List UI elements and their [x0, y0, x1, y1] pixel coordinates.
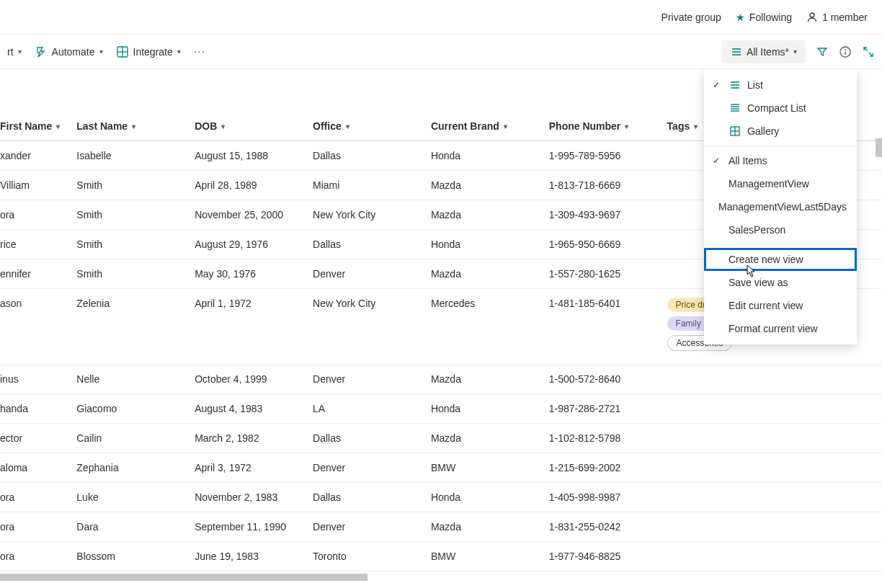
cell: April 1, 1972 [189, 289, 307, 365]
format-current-view[interactable]: Format current view [704, 317, 857, 340]
command-bar: rt ▾ Automate ▾ Integrate ▾ ··· All Item… [0, 35, 882, 69]
cell: Smith [71, 200, 189, 230]
members-button[interactable]: 1 member [806, 12, 868, 23]
cell: November 25, 2000 [189, 200, 307, 230]
view-option-compact[interactable]: Compact List [704, 97, 857, 120]
rt-btn[interactable]: rt ▾ [7, 46, 22, 58]
table-row[interactable]: oraLukeNovember 2, 1983DallasHonda1-405-… [0, 483, 882, 512]
list-icon [729, 79, 741, 91]
expand-icon[interactable] [862, 45, 875, 58]
cell: Mazda [425, 365, 543, 394]
edit-current-view[interactable]: Edit current view [704, 294, 857, 317]
dropdown-label: Edit current view [729, 300, 803, 311]
dropdown-label: ManagementViewLast5Days [718, 201, 847, 213]
cell: 1-965-950-6669 [543, 230, 662, 259]
scrollbar-vertical[interactable] [876, 138, 882, 157]
integrate-button[interactable]: Integrate ▾ [116, 45, 181, 58]
divider [704, 244, 857, 245]
cell: ora [0, 512, 71, 542]
dropdown-label: Compact List [747, 102, 806, 114]
saved-view-management-last5[interactable]: ManagementViewLast5Days [704, 195, 857, 218]
rt-label: rt [7, 46, 14, 58]
saved-view-all-items[interactable]: ✓ All Items [704, 149, 857, 172]
chevron-down-icon: ▾ [793, 48, 797, 55]
table-row[interactable]: oraBlossomJune 19, 1983TorontoBMW1-977-9… [0, 542, 882, 571]
cell: 1-977-946-8825 [543, 542, 662, 571]
cell: June 19, 1983 [189, 542, 307, 571]
col-header-dob[interactable]: DOB▾ [189, 69, 307, 141]
cell: March 2, 1982 [189, 424, 307, 453]
cell: Smith [71, 259, 189, 289]
svg-point-0 [810, 13, 814, 17]
dropdown-label: List [747, 79, 763, 91]
cell: 1-215-699-2002 [543, 453, 662, 483]
view-option-list[interactable]: ✓ List [704, 74, 857, 97]
cell-tags [662, 512, 882, 542]
header-bar: Private group ★ Following 1 member [0, 0, 882, 35]
table-row[interactable]: inusNelleOctober 4, 1999DenverMazda1-500… [0, 365, 882, 394]
save-view-as[interactable]: Save view as [704, 271, 857, 294]
cell: 1-831-255-0242 [543, 512, 662, 542]
saved-view-salesperson[interactable]: SalesPerson [704, 218, 857, 241]
table-row[interactable]: oraDaraSeptember 11, 1990DenverMazda1-83… [0, 512, 882, 542]
cell: 1-500-572-8640 [543, 365, 662, 394]
divider [704, 146, 857, 146]
more-button[interactable]: ··· [194, 45, 205, 58]
cell: Mazda [425, 512, 543, 542]
info-icon[interactable] [839, 45, 852, 58]
compact-list-icon [729, 102, 741, 114]
star-icon: ★ [736, 12, 745, 23]
chevron-down-icon: ▾ [346, 122, 349, 130]
chevron-down-icon: ▾ [221, 122, 225, 130]
cell: Dara [71, 512, 189, 542]
table-row[interactable]: handaGiacomoAugust 4, 1983LAHonda1-987-2… [0, 394, 882, 424]
cell-tags [662, 483, 882, 512]
cell: inus [0, 365, 71, 394]
cell: rice [0, 230, 71, 259]
cell: August 29, 1976 [189, 230, 307, 259]
automate-button[interactable]: Automate ▾ [35, 45, 103, 58]
cell-tags [662, 365, 882, 394]
table-row[interactable]: ectorCailinMarch 2, 1982DallasMazda1-102… [0, 424, 882, 453]
table-row[interactable]: alomaZephaniaApril 3, 1972DenverBMW1-215… [0, 453, 882, 483]
col-header-first[interactable]: First Name▾ [0, 69, 71, 141]
following-button[interactable]: ★ Following [736, 12, 792, 23]
filter-icon[interactable] [816, 45, 829, 58]
col-header-brand[interactable]: Current Brand▾ [425, 69, 543, 141]
cell: Nelle [71, 365, 189, 394]
list-icon [731, 46, 742, 58]
cell: Zephania [71, 453, 189, 483]
cell: Denver [307, 453, 425, 483]
person-icon [806, 12, 818, 23]
cell: ora [0, 483, 71, 512]
chevron-down-icon: ▾ [56, 122, 60, 130]
cell: Villiam [0, 171, 71, 200]
col-header-last[interactable]: Last Name▾ [71, 69, 189, 141]
cell: November 2, 1983 [189, 483, 307, 512]
cell: Mazda [425, 424, 543, 453]
create-new-view[interactable]: Create new view [704, 248, 857, 271]
dropdown-label: Create new view [729, 254, 803, 265]
view-selector-button[interactable]: All Items* ▾ [722, 40, 806, 63]
cell: Honda [425, 141, 543, 171]
saved-view-management[interactable]: ManagementView [704, 172, 857, 195]
col-header-office[interactable]: Office▾ [307, 69, 425, 141]
cell: 1-405-998-9987 [543, 483, 662, 512]
members-label: 1 member [822, 12, 868, 23]
cell: aloma [0, 453, 71, 483]
cell: Honda [425, 483, 543, 512]
cell: 1-102-812-5798 [543, 424, 662, 453]
cell: New York City [307, 289, 425, 365]
cell: Isabelle [71, 141, 189, 171]
cell: LA [307, 394, 425, 424]
view-option-gallery[interactable]: Gallery [704, 120, 857, 143]
automate-label: Automate [52, 46, 95, 58]
cell-tags [662, 394, 882, 424]
cell: BMW [425, 542, 543, 571]
dropdown-label: Save view as [729, 277, 788, 288]
chevron-down-icon: ▾ [694, 122, 698, 130]
cell: Smith [71, 171, 189, 200]
cell-tags [662, 453, 882, 483]
scrollbar-horizontal[interactable] [0, 574, 368, 581]
col-header-phone[interactable]: Phone Number▾ [543, 69, 662, 141]
